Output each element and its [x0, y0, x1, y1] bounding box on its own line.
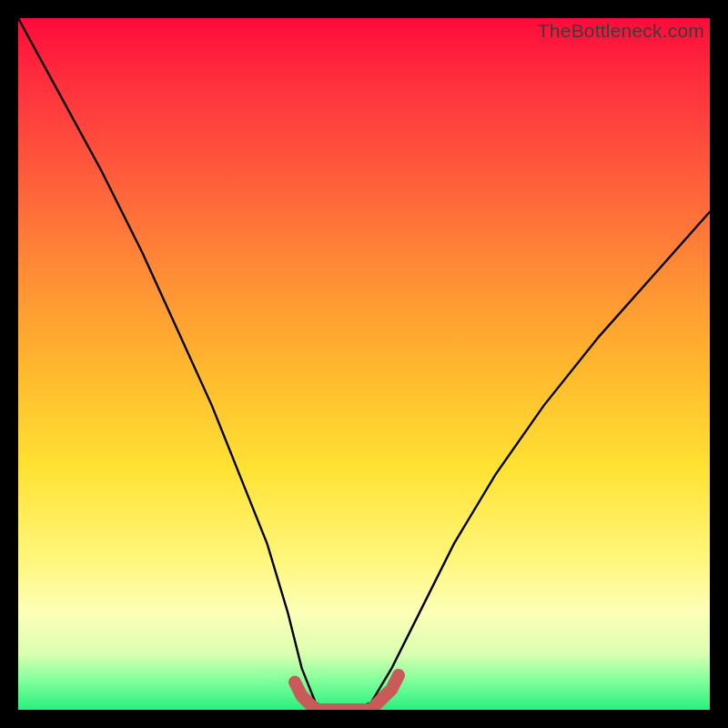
bottleneck-curve-path [18, 18, 710, 710]
chart-frame: TheBottleneck.com [0, 0, 728, 728]
watermark-text: TheBottleneck.com [538, 20, 704, 42]
curve-layer [18, 18, 710, 710]
gradient-plot-area: TheBottleneck.com [18, 18, 710, 710]
